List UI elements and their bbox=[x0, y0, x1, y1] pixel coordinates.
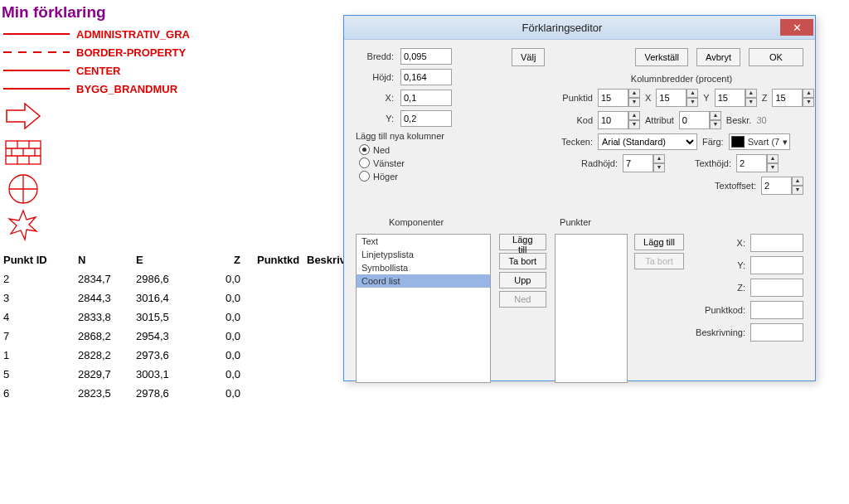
komp-item[interactable]: Symbollista bbox=[357, 261, 490, 274]
label-punkter: Punkter bbox=[560, 217, 591, 227]
spin-up[interactable]: ▲ bbox=[628, 89, 640, 98]
spin-up[interactable]: ▲ bbox=[710, 111, 721, 120]
pf-label-be: Beskrivning: bbox=[691, 327, 745, 337]
value-beskr: 30 bbox=[756, 115, 766, 125]
spin-input[interactable] bbox=[736, 154, 767, 172]
cell-n: 2823,5 bbox=[78, 387, 136, 400]
spin-up[interactable]: ▲ bbox=[792, 177, 803, 186]
spin-input[interactable] bbox=[679, 111, 710, 129]
label-xcol: X bbox=[645, 93, 651, 103]
verkstall-button[interactable]: Verkställ bbox=[635, 48, 688, 66]
komponenter-list[interactable]: TextLinjetypslistaSymbollistaCoord list bbox=[356, 234, 491, 383]
komp-item[interactable]: Coord list bbox=[357, 274, 490, 288]
legend-label: CENTER bbox=[76, 65, 120, 77]
label-komponenter: Komponenter bbox=[389, 217, 444, 227]
spin-down[interactable]: ▼ bbox=[745, 98, 757, 107]
komp-remove-button[interactable]: Ta bort bbox=[499, 253, 546, 269]
punk-add-button[interactable]: Lägg till bbox=[634, 234, 684, 250]
pf-input-y[interactable] bbox=[750, 256, 803, 274]
spin-down[interactable]: ▼ bbox=[686, 98, 698, 107]
legend-line bbox=[3, 51, 70, 53]
spin-up[interactable]: ▲ bbox=[767, 154, 779, 163]
cell-n: 2829,7 bbox=[78, 368, 136, 380]
spin-down[interactable]: ▼ bbox=[803, 98, 814, 107]
spin-x[interactable]: ▲▼ bbox=[656, 89, 698, 107]
input-y[interactable] bbox=[400, 110, 452, 127]
legend-label: BYGG_BRANDMUR bbox=[76, 83, 177, 95]
spin-input[interactable] bbox=[772, 89, 803, 107]
avbryt-button[interactable]: Avbryt bbox=[696, 48, 740, 66]
select-tecken[interactable]: Arial (Standard) bbox=[598, 133, 697, 150]
cell-e: 2986,6 bbox=[136, 273, 194, 285]
pf-label-y: Y: bbox=[691, 260, 745, 270]
spin-up[interactable]: ▲ bbox=[745, 89, 757, 98]
cell-n: 2828,2 bbox=[78, 349, 136, 361]
komp-down-button[interactable]: Ned bbox=[499, 291, 546, 308]
spin-attribut[interactable]: ▲▼ bbox=[679, 111, 721, 129]
input-x[interactable] bbox=[400, 90, 452, 106]
pf-label-x: X: bbox=[691, 238, 745, 248]
spin-input[interactable] bbox=[623, 154, 653, 172]
input-hojd[interactable] bbox=[400, 69, 452, 85]
pf-input-be[interactable] bbox=[750, 323, 803, 342]
label-texthojd: Texthöjd: bbox=[695, 158, 731, 168]
valj-button[interactable]: Välj bbox=[512, 48, 545, 66]
spin-up[interactable]: ▲ bbox=[628, 111, 640, 120]
komp-item[interactable]: Linjetypslista bbox=[357, 248, 490, 261]
pf-label-pk: Punktkod: bbox=[691, 305, 745, 315]
spin-z[interactable]: ▲▼ bbox=[772, 89, 814, 107]
pf-input-z[interactable] bbox=[750, 279, 803, 297]
spin-input[interactable] bbox=[761, 177, 792, 195]
label-attribut: Attribut bbox=[645, 115, 674, 125]
spin-punktid[interactable]: ▲▼ bbox=[598, 89, 640, 107]
punkter-list[interactable] bbox=[555, 234, 628, 383]
spin-down[interactable]: ▼ bbox=[792, 186, 803, 195]
spin-input[interactable] bbox=[598, 89, 628, 107]
legend-line bbox=[3, 88, 70, 90]
spin-textoffset[interactable]: ▲▼ bbox=[761, 177, 803, 195]
ok-button[interactable]: OK bbox=[749, 48, 803, 66]
th-id: Punkt ID bbox=[0, 254, 78, 266]
spin-texthojd[interactable]: ▲▼ bbox=[736, 154, 779, 172]
spin-down[interactable]: ▼ bbox=[628, 120, 640, 129]
komp-up-button[interactable]: Upp bbox=[499, 272, 546, 288]
cell-pk bbox=[240, 387, 307, 400]
cell-pk bbox=[240, 292, 307, 304]
cell-z: 0,0 bbox=[194, 387, 240, 400]
spin-input[interactable] bbox=[715, 89, 745, 107]
spin-down[interactable]: ▼ bbox=[710, 120, 721, 129]
radio-hoger[interactable]: Höger bbox=[356, 171, 505, 182]
label-zcol: Z bbox=[762, 93, 768, 103]
radio-ned[interactable]: Ned bbox=[356, 144, 505, 155]
spin-up[interactable]: ▲ bbox=[653, 154, 665, 163]
komp-add-button[interactable]: Lägg till bbox=[499, 234, 546, 250]
spin-radhojd[interactable]: ▲▼ bbox=[623, 154, 665, 172]
spin-down[interactable]: ▼ bbox=[767, 163, 779, 172]
pf-input-x[interactable] bbox=[750, 234, 803, 252]
spin-input[interactable] bbox=[598, 111, 628, 129]
pf-input-pk[interactable] bbox=[750, 301, 803, 319]
label-textoffset: Textoffset: bbox=[715, 181, 756, 191]
cell-pk bbox=[240, 311, 307, 323]
titlebar[interactable]: Förklaringseditor ✕ bbox=[344, 16, 815, 40]
spin-input[interactable] bbox=[656, 89, 686, 107]
cell-z: 0,0 bbox=[194, 311, 240, 323]
legend-line bbox=[3, 70, 70, 71]
dialog-title: Förklaringseditor bbox=[344, 22, 780, 34]
cell-e: 2978,6 bbox=[136, 387, 194, 400]
spin-up[interactable]: ▲ bbox=[803, 89, 814, 98]
cell-pk bbox=[240, 349, 307, 361]
punk-remove-button[interactable]: Ta bort bbox=[634, 253, 684, 269]
spin-down[interactable]: ▼ bbox=[653, 163, 665, 172]
spin-kod[interactable]: ▲▼ bbox=[598, 111, 640, 129]
close-button[interactable]: ✕ bbox=[780, 19, 813, 36]
spin-y[interactable]: ▲▼ bbox=[715, 89, 757, 107]
spin-up[interactable]: ▲ bbox=[686, 89, 698, 98]
th-n: N bbox=[78, 254, 136, 266]
spin-down[interactable]: ▼ bbox=[628, 98, 640, 107]
komp-item[interactable]: Text bbox=[357, 235, 490, 248]
cell-pk bbox=[240, 368, 307, 380]
radio-vanster[interactable]: Vänster bbox=[356, 158, 505, 168]
select-farg[interactable]: Svart (7▾ bbox=[729, 133, 791, 150]
input-bredd[interactable] bbox=[400, 48, 452, 65]
